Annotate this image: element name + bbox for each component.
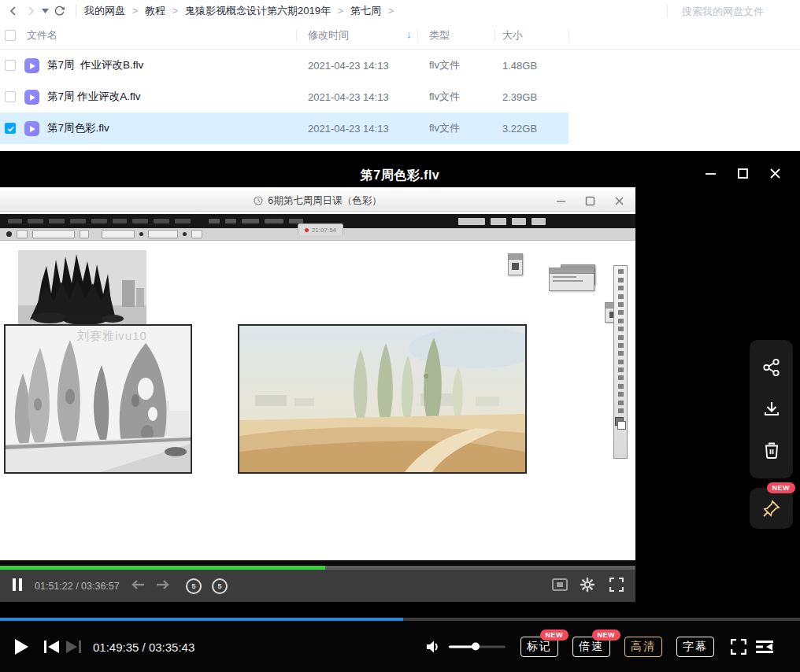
select-all-checkbox[interactable] [5,22,16,49]
column-header-modified[interactable]: 修改时间 [308,22,349,49]
header-separator [569,29,569,42]
hd-quality-button[interactable]: 高清 [624,637,662,657]
breadcrumb-separator [388,6,394,17]
video-file-icon [24,58,39,73]
row-checkbox[interactable] [5,91,16,102]
share-icon[interactable] [761,356,783,378]
row-checkbox-checked[interactable] [5,123,16,134]
breadcrumb-item-1[interactable]: 教程 [145,4,165,18]
maximize-icon[interactable] [736,167,749,179]
recorded-fullscreen-icon [609,578,624,595]
file-modified: 2021-04-23 14:13 [308,50,389,81]
table-row[interactable]: 第7周 作业评改B.flv 2021-04-23 14:13 flv文件 1.4… [0,50,569,81]
volume-icon[interactable] [425,639,441,655]
player-window-title: 第7周色彩.flv [0,168,800,184]
sort-desc-icon[interactable]: ↓ [406,28,412,40]
breadcrumb-separator [338,6,343,17]
recorded-window-title: 6期第七周周日课（色彩） [0,190,635,211]
table-row[interactable]: 第7周 作业评改A.flv 2021-04-23 14:13 flv文件 2.3… [0,81,569,113]
next-button[interactable] [66,641,81,653]
recorded-frame-icon [552,578,568,594]
download-icon[interactable] [761,398,783,420]
file-name[interactable]: 第7周 作业评改A.flv [47,81,141,113]
watermark-text: 刘赛雅ivu10 [77,329,147,344]
row-checkbox[interactable] [5,60,16,71]
volume-handle[interactable] [472,643,480,651]
browser-topbar: 我的网盘 教程 鬼猿影视概念设计第六期2019年 第七周 [0,0,800,21]
breadcrumb-item-2[interactable]: 鬼猿影视概念设计第六期2019年 [185,4,331,18]
recorded-panel-layers [549,268,594,291]
player-window-controls [704,167,781,179]
table-row-selected[interactable]: 第7周色彩.flv 2021-04-23 14:13 flv文件 3.22GB [0,113,569,144]
header-separator [417,29,418,42]
search-input[interactable] [680,5,795,18]
column-header-size[interactable]: 大小 [502,22,523,49]
file-type: flv文件 [429,113,460,144]
search-separator [667,4,668,18]
recorded-forward-5-icon: 5 [212,578,228,594]
recorded-toolbar-strip [613,265,628,459]
recorded-forward-arrow-icon [156,579,170,593]
file-size: 3.22GB [502,113,537,144]
file-size: 2.39GB [502,81,537,113]
delete-trash-icon[interactable] [761,440,783,462]
previous-button[interactable] [44,641,59,653]
file-modified: 2021-04-23 14:13 [308,113,389,144]
breadcrumb: 我的网盘 教程 鬼猿影视概念设计第六期2019年 第七周 [84,4,401,18]
file-type: flv文件 [429,50,460,81]
file-modified: 2021-04-23 14:13 [308,81,389,113]
pin-icon [761,498,782,519]
header-separator [494,29,495,42]
grayscale-study-canvas [4,324,192,474]
refresh-icon[interactable] [50,2,68,20]
breadcrumb-item-root[interactable]: 我的网盘 [84,4,125,18]
file-name[interactable]: 第7周色彩.flv [47,113,109,144]
recorded-letterbox [0,560,635,566]
new-badge: NEW [540,630,569,641]
recorded-pause-icon [13,578,23,594]
history-caret-icon[interactable] [39,2,50,20]
column-header-filename[interactable]: 文件名 [27,22,57,49]
new-badge: NEW [767,482,796,493]
breadcrumb-separator [172,6,178,17]
playlist-icon[interactable] [756,640,773,654]
recording-timer-tab: 21:07:54 [298,223,343,235]
recorded-panel-small [508,253,523,275]
minimize-icon[interactable] [704,167,717,179]
pin-button[interactable]: NEW [750,488,793,529]
file-name[interactable]: 第7周 作业评改B.flv [47,50,143,81]
video-file-icon [24,121,39,136]
side-toolbar [750,340,793,478]
search-area [667,2,795,20]
subtitle-button[interactable]: 字幕 [676,637,714,657]
time-display: 01:49:35 / 03:35:43 [93,640,194,653]
file-type: flv文件 [429,81,460,113]
recorded-rewind-5-icon: 5 [186,578,202,594]
file-table-header: 文件名 修改时间 ↓ 类型 大小 [0,22,800,50]
recorded-maximize-icon [585,196,595,206]
recorded-player-controls: 01:51:22 / 03:36:57 5 5 [0,570,635,602]
video-surface[interactable]: 6期第七周周日课（色彩） [0,187,635,602]
fullscreen-icon[interactable] [731,639,746,655]
play-button[interactable] [14,639,28,655]
recorded-minimize-icon [556,196,566,206]
video-file-icon [24,90,39,105]
file-size: 1.48GB [502,50,537,81]
player-control-bar: 01:49:35 / 03:35:43 标记 NEW 倍速 NEW 高清 字幕 [0,621,800,672]
nav-separator [76,5,76,17]
recorded-close-icon [614,196,624,206]
recorded-settings-gear-icon [580,577,595,596]
breadcrumb-item-3[interactable]: 第七周 [350,4,381,18]
recorded-time-display: 01:51:22 / 03:36:57 [35,581,120,592]
new-badge: NEW [592,630,621,641]
forward-icon[interactable] [22,2,39,20]
close-icon[interactable] [769,167,781,179]
recorded-back-arrow-icon [131,579,145,593]
mark-button[interactable]: 标记 NEW [520,637,558,657]
back-icon[interactable] [5,2,22,20]
volume-slider[interactable] [449,645,506,648]
speed-button[interactable]: 倍速 NEW [572,637,610,657]
video-player-window: 第7周色彩.flv 6期第七周周日课（色彩） [0,151,800,672]
recorded-window-controls [556,190,624,211]
column-header-type[interactable]: 类型 [429,22,450,49]
